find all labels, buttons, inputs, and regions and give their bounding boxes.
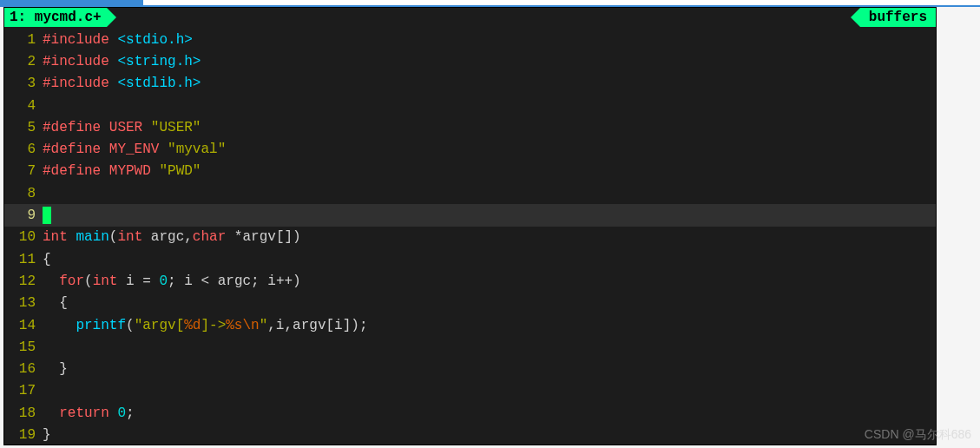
line-number: 7 [4,163,43,179]
code-line[interactable]: 17 [4,380,936,402]
line-number: 6 [4,142,43,157]
line-number: 10 [4,229,43,245]
code-line[interactable]: 12 for(int i = 0; i < argc; i++) [4,270,936,292]
text-cursor [43,207,51,224]
window-top-border [0,0,980,7]
code-content[interactable]: return 0; [43,405,936,421]
line-number: 18 [4,405,43,421]
code-content[interactable]: #include <stdlib.h> [43,76,936,91]
line-number: 3 [4,76,43,91]
buffers-label[interactable]: buffers [860,8,936,27]
code-content[interactable] [43,207,936,224]
code-content[interactable]: } [43,427,936,443]
code-content[interactable]: #define USER "USER" [43,120,936,135]
code-content[interactable]: printf("argv[%d]->%s\n",i,argv[i]); [43,318,936,333]
line-number: 2 [4,54,43,69]
line-number: 14 [4,318,43,333]
code-line[interactable]: 2#include <string.h> [4,50,936,72]
code-content[interactable]: #define MY_ENV "myval" [43,142,936,157]
code-content[interactable]: { [43,295,936,311]
code-line[interactable]: 15 [4,336,936,358]
watermark: CSDN @马尔科686 [865,427,971,443]
code-line[interactable]: 9 [4,204,936,226]
code-line[interactable]: 4 [4,95,936,116]
code-line[interactable]: 16 } [4,358,936,379]
editor-pane: 1: mycmd.c+ buffers 1#include <stdio.h>2… [3,7,937,445]
buffer-tab-bar: 1: mycmd.c+ buffers [4,8,936,27]
line-number: 4 [4,98,43,114]
line-number: 13 [4,295,43,311]
code-line[interactable]: 5#define USER "USER" [4,116,936,138]
code-content[interactable]: { [43,252,936,267]
code-line[interactable]: 1#include <stdio.h> [4,29,936,50]
line-number: 12 [4,273,43,289]
code-content[interactable]: #include <string.h> [43,54,936,69]
scrollbar-track[interactable] [938,7,980,445]
code-line[interactable]: 19} [4,424,936,445]
code-line[interactable]: 14 printf("argv[%d]->%s\n",i,argv[i]); [4,314,936,336]
code-line[interactable]: 6#define MY_ENV "myval" [4,138,936,160]
line-number: 17 [4,383,43,399]
code-line[interactable]: 13 { [4,293,936,314]
code-line[interactable]: 11{ [4,248,936,270]
buffer-tab-current[interactable]: 1: mycmd.c+ [4,8,107,27]
line-number: 11 [4,252,43,267]
code-content[interactable]: } [43,361,936,377]
window: 1: mycmd.c+ buffers 1#include <stdio.h>2… [0,0,980,448]
line-number: 5 [4,120,43,135]
code-line[interactable]: 8 [4,182,936,204]
code-area[interactable]: 1#include <stdio.h>2#include <string.h>3… [4,27,936,446]
code-content[interactable]: #include <stdio.h> [43,32,936,48]
line-number: 19 [4,427,43,443]
code-line[interactable]: 18 return 0; [4,402,936,424]
code-content[interactable]: int main(int argc,char *argv[]) [43,229,936,245]
code-line[interactable]: 7#define MYPWD "PWD" [4,161,936,182]
line-number: 1 [4,32,43,48]
line-number: 15 [4,339,43,355]
code-content[interactable]: #define MYPWD "PWD" [43,163,936,179]
line-number: 16 [4,361,43,377]
line-number: 8 [4,186,43,201]
line-number: 9 [4,208,43,223]
code-line[interactable]: 3#include <stdlib.h> [4,73,936,95]
code-line[interactable]: 10int main(int argc,char *argv[]) [4,227,936,248]
code-content[interactable]: for(int i = 0; i < argc; i++) [43,273,936,289]
